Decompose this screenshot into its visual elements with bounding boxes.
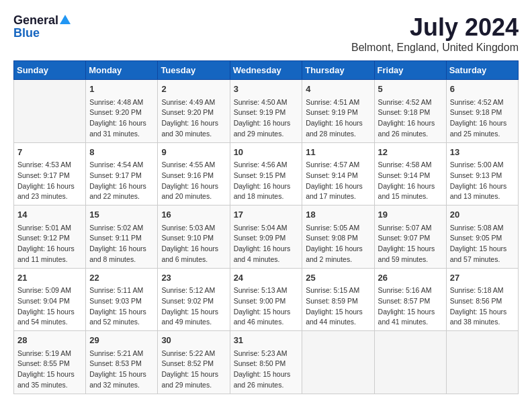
cell-info-line: Sunrise: 5:05 AM: [306, 223, 370, 234]
logo-triangle-icon: [60, 15, 71, 27]
cell-info-line: Sunset: 9:03 PM: [89, 296, 154, 307]
cell-info-line: Sunset: 9:14 PM: [306, 171, 370, 181]
cell-info-line: and 2 minutes.: [306, 255, 370, 265]
cell-info-line: Sunset: 9:07 PM: [378, 233, 443, 244]
calendar-week-row: 14Sunrise: 5:01 AMSunset: 9:12 PMDayligh…: [14, 205, 519, 269]
calendar-week-row: 7Sunrise: 4:53 AMSunset: 9:17 PMDaylight…: [14, 142, 519, 205]
cell-info-line: Sunset: 8:56 PM: [450, 296, 515, 307]
cell-info-line: Sunrise: 4:56 AM: [234, 160, 299, 171]
page-header: General Blue July 2024 Belmont, England,…: [13, 13, 519, 54]
calendar-cell: 3Sunrise: 4:50 AMSunset: 9:19 PMDaylight…: [230, 80, 302, 143]
cell-info-line: Daylight: 16 hours: [89, 181, 154, 192]
cell-info-line: Daylight: 16 hours: [306, 118, 370, 129]
calendar-cell: 29Sunrise: 5:21 AMSunset: 8:53 PMDayligh…: [86, 331, 158, 394]
calendar-cell: 7Sunrise: 4:53 AMSunset: 9:17 PMDaylight…: [14, 142, 86, 205]
cell-info-line: Sunrise: 4:49 AM: [161, 97, 226, 108]
calendar-cell: 28Sunrise: 5:19 AMSunset: 8:55 PMDayligh…: [14, 331, 86, 394]
cell-info-line: Daylight: 15 hours: [17, 369, 82, 380]
calendar-cell: 14Sunrise: 5:01 AMSunset: 9:12 PMDayligh…: [14, 205, 86, 269]
month-year-title: July 2024: [351, 13, 519, 42]
cell-info-line: Daylight: 16 hours: [161, 181, 226, 192]
calendar-cell: 25Sunrise: 5:15 AMSunset: 8:59 PMDayligh…: [302, 268, 374, 331]
cell-info-line: Sunrise: 4:53 AM: [17, 160, 82, 171]
cell-info-line: and 17 minutes.: [306, 191, 370, 202]
calendar-cell: 15Sunrise: 5:02 AMSunset: 9:11 PMDayligh…: [86, 205, 158, 269]
cell-info-line: Sunset: 9:13 PM: [450, 171, 515, 181]
cell-info-line: and 32 minutes.: [89, 380, 154, 391]
cell-info-line: and 41 minutes.: [378, 317, 443, 328]
cell-info-line: Sunrise: 4:51 AM: [306, 97, 370, 108]
day-number: 26: [378, 271, 443, 285]
day-header-sunday: Sunday: [14, 61, 86, 80]
day-number: 8: [89, 146, 154, 159]
day-number: 21: [17, 271, 82, 285]
location-subtitle: Belmont, England, United Kingdom: [351, 42, 519, 54]
calendar-cell: [14, 80, 86, 143]
cell-info-line: Sunrise: 4:54 AM: [89, 160, 154, 171]
calendar-week-row: 1Sunrise: 4:48 AMSunset: 9:20 PMDaylight…: [14, 80, 519, 143]
cell-info-line: and 31 minutes.: [89, 129, 154, 140]
calendar-week-row: 28Sunrise: 5:19 AMSunset: 8:55 PMDayligh…: [14, 331, 519, 394]
cell-info-line: Sunrise: 5:11 AM: [89, 285, 154, 296]
cell-info-line: Sunset: 8:59 PM: [306, 296, 370, 307]
day-number: 12: [378, 146, 443, 159]
cell-info-line: and 57 minutes.: [450, 255, 515, 265]
cell-info-line: Daylight: 16 hours: [378, 181, 443, 192]
cell-info-line: and 29 minutes.: [234, 129, 299, 140]
cell-info-line: and 20 minutes.: [161, 191, 226, 202]
cell-info-line: Sunrise: 4:52 AM: [450, 97, 515, 108]
day-number: 10: [234, 146, 299, 159]
logo-blue-text: Blue: [13, 26, 40, 40]
day-number: 31: [234, 334, 299, 347]
day-number: 25: [306, 271, 370, 285]
cell-info-line: Sunrise: 4:57 AM: [306, 160, 370, 171]
day-number: 15: [89, 208, 154, 222]
cell-info-line: Daylight: 15 hours: [161, 369, 226, 380]
cell-info-line: Sunrise: 5:16 AM: [378, 285, 443, 296]
cell-info-line: Sunrise: 5:23 AM: [234, 349, 299, 359]
cell-info-line: Daylight: 16 hours: [306, 244, 370, 255]
calendar-cell: 12Sunrise: 4:58 AMSunset: 9:14 PMDayligh…: [374, 142, 446, 205]
cell-info-line: Sunset: 9:12 PM: [17, 233, 82, 244]
cell-info-line: Daylight: 16 hours: [450, 118, 515, 129]
day-number: 27: [450, 271, 515, 285]
cell-info-line: Daylight: 15 hours: [17, 307, 82, 318]
day-number: 11: [306, 146, 370, 159]
day-number: 18: [306, 208, 370, 222]
cell-info-line: Daylight: 15 hours: [89, 369, 154, 380]
calendar-week-row: 21Sunrise: 5:09 AMSunset: 9:04 PMDayligh…: [14, 268, 519, 331]
cell-info-line: Sunrise: 5:01 AM: [17, 223, 82, 234]
logo-general-text: General: [13, 13, 58, 28]
cell-info-line: Daylight: 16 hours: [17, 181, 82, 192]
day-number: 2: [161, 83, 226, 96]
day-number: 23: [161, 271, 226, 285]
calendar-cell: 20Sunrise: 5:08 AMSunset: 9:05 PMDayligh…: [446, 205, 518, 269]
cell-info-line: Sunset: 9:15 PM: [234, 171, 299, 181]
day-number: 5: [378, 83, 443, 96]
cell-info-line: and 4 minutes.: [234, 255, 299, 265]
day-number: 19: [378, 208, 443, 222]
day-number: 22: [89, 271, 154, 285]
cell-info-line: Sunset: 9:14 PM: [378, 171, 443, 181]
cell-info-line: and 11 minutes.: [17, 255, 82, 265]
cell-info-line: Sunset: 9:16 PM: [161, 171, 226, 181]
cell-info-line: Daylight: 15 hours: [378, 244, 443, 255]
calendar-cell: 23Sunrise: 5:12 AMSunset: 9:02 PMDayligh…: [158, 268, 230, 331]
cell-info-line: Sunset: 9:18 PM: [378, 107, 443, 118]
cell-info-line: and 26 minutes.: [234, 380, 299, 391]
day-header-thursday: Thursday: [302, 61, 374, 80]
calendar-cell: 16Sunrise: 5:03 AMSunset: 9:10 PMDayligh…: [158, 205, 230, 269]
cell-info-line: Sunrise: 5:02 AM: [89, 223, 154, 234]
cell-info-line: and 52 minutes.: [89, 317, 154, 328]
day-number: 14: [17, 208, 82, 222]
cell-info-line: Daylight: 16 hours: [234, 181, 299, 192]
svg-marker-0: [60, 15, 71, 24]
cell-info-line: Sunrise: 5:00 AM: [450, 160, 515, 171]
title-section: July 2024 Belmont, England, United Kingd…: [351, 13, 519, 54]
cell-info-line: Sunrise: 5:15 AM: [306, 285, 370, 296]
calendar-cell: 21Sunrise: 5:09 AMSunset: 9:04 PMDayligh…: [14, 268, 86, 331]
cell-info-line: Sunset: 8:53 PM: [89, 359, 154, 369]
cell-info-line: Daylight: 15 hours: [450, 244, 515, 255]
cell-info-line: and 8 minutes.: [89, 255, 154, 265]
day-number: 3: [234, 83, 299, 96]
